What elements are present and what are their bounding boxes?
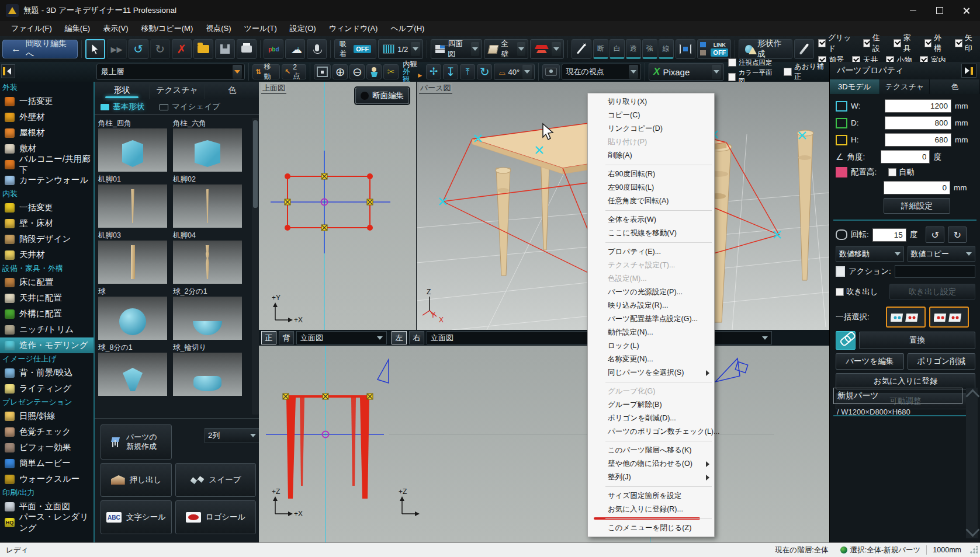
display-checkbox[interactable]: 家具 [894,33,916,54]
view-tools-button[interactable]: ✂ [383,64,399,79]
menu-item[interactable]: ツール(T) [238,23,283,34]
text-seal-button[interactable]: ABC文字シール [101,500,172,534]
context-menu-item[interactable]: 整列(J) [588,471,714,484]
layer-combo[interactable]: 最上層 [96,64,245,80]
clip-tool-button[interactable]: 白 [610,39,625,59]
context-menu-item[interactable]: お気に入りに登録(R)... [588,503,714,516]
context-menu-item[interactable]: 映り込み設定(R)... [588,299,714,312]
parts-scrollbar[interactable] [252,118,259,415]
menu-item[interactable]: ファイル(F) [5,23,58,34]
menu-item[interactable]: 表示(V) [96,23,134,34]
context-menu-item[interactable]: 貼り付け(P) [588,135,714,149]
extrude-button[interactable]: 押し出し [101,463,172,497]
sidebar-item[interactable]: 壁・床材 [0,215,94,231]
layer-dropdown-arrow[interactable] [233,65,242,79]
sidebar-item[interactable]: イメージ仕上げ [0,353,94,365]
context-menu-item[interactable]: パーツ配置基準点設定(G)... [588,312,714,326]
resize-grip[interactable] [969,546,978,554]
sidebar-item[interactable]: ニッチ/トリム [0,322,94,337]
context-menu-item[interactable] [588,380,714,385]
view-mode-switch[interactable]: 内観 外観▶ [403,61,422,83]
context-menu-item[interactable]: 色設定(M)... [588,272,714,286]
section-edit-button[interactable]: 断面編集 [355,88,409,104]
move-view-button[interactable]: ⇅移動 [252,64,280,79]
zoom-out-button[interactable]: ⊖ [349,64,365,79]
wall-display-dropdown-arrow[interactable] [517,42,525,56]
sidebar-item[interactable]: 造作・モデリング [0,337,94,353]
snapshot-button[interactable] [542,64,559,79]
scrollbar-thumb[interactable] [253,120,258,208]
context-menu-item[interactable] [588,162,714,168]
back-to-floorplan-button[interactable]: ← 間取り編集へ [2,40,78,58]
part-list-scrollbar[interactable] [966,388,978,538]
menu-item[interactable]: 編集(E) [58,23,96,34]
menu-item[interactable]: 移動/コピー(M) [135,23,200,34]
fixation-checkbox[interactable]: 注視点固定 [728,58,778,67]
side-elevation-pane[interactable]: +Z [389,346,774,543]
close-button[interactable] [953,0,980,21]
context-menu-item[interactable] [588,438,714,444]
sidebar-item[interactable]: 簡単ムービー [0,455,94,471]
save-button[interactable] [215,39,235,59]
sidebar-item[interactable]: 背・前景/映込 [0,365,94,381]
open-file-button[interactable] [193,39,213,59]
numeric-move-combo[interactable]: 数値移動 [836,246,904,262]
pbd-export-button[interactable]: pbd [264,39,283,59]
height-input[interactable] [885,133,951,147]
voice-button[interactable] [307,39,327,59]
sidebar-item[interactable]: ビフォー効果 [0,440,94,455]
pan-button[interactable]: ✢ [426,64,441,79]
sidebar-item[interactable]: 外構に配置 [0,306,94,322]
current-view-combo[interactable]: 現在の視点 [562,64,642,80]
sidebar-item[interactable]: 天井材 [0,247,94,263]
context-menu-item[interactable]: 削除(A) [588,149,714,162]
delete-button[interactable]: ✗ [172,39,192,59]
display-checkbox[interactable]: 住設 [863,33,886,54]
zoom-in-button[interactable]: ⊕ [333,64,348,79]
wall-display-combo[interactable]: 全壁 [484,39,528,59]
shape-create-button[interactable]: 形状作成 [739,39,792,59]
context-menu-item[interactable]: グループ化(G) [588,385,714,398]
parts-folder-tab[interactable]: マイシェイプ [160,102,220,112]
context-menu-item[interactable] [588,516,714,521]
parts-grid-item[interactable]: 球_2分の1 [173,286,245,342]
context-menu-item[interactable]: ロック(L) [588,339,714,353]
context-menu-item[interactable]: グループ解除(B) [588,398,714,412]
bulk-select-same-button[interactable] [886,307,926,328]
logo-seal-button[interactable]: ロゴシール [175,500,256,534]
parts-tab[interactable]: 形状 [95,82,150,99]
right-tab[interactable]: 右 [409,331,424,344]
context-menu-item[interactable] [588,240,714,245]
bulk-select-all-button[interactable] [929,307,969,328]
snap-toggle-button[interactable]: 吸着OFF [334,39,376,59]
sweep-button[interactable]: スイープ [175,463,256,497]
maximize-button[interactable] [926,0,953,21]
balloon-settings-button[interactable]: 吹き出し設定 [889,284,975,300]
pixage-dropdown-arrow[interactable] [712,65,721,79]
action-input[interactable] [895,265,975,278]
sidebar-item[interactable]: 床に配置 [0,274,94,290]
minimize-button[interactable] [899,0,926,21]
sidebar-item[interactable]: 印刷/出力 [0,487,94,499]
print-button[interactable] [237,39,257,59]
two-point-button[interactable]: ↖2点 [282,64,306,79]
placement-height-input[interactable] [884,181,950,194]
view-layout-combo[interactable]: 四面図 [431,39,482,59]
detail-settings-button[interactable]: 詳細設定 [884,198,950,214]
scroll-down-icon[interactable] [965,523,979,537]
top-view-pane[interactable]: 上面図 +Y +X 断面編集 [259,82,416,330]
sidebar-item[interactable]: ライティング [0,381,94,396]
measure-pen-button[interactable] [794,39,814,59]
context-menu-item[interactable]: サイズ固定箇所を設定 [588,489,714,503]
tilt-correction-checkbox[interactable]: あおり補正 [784,62,830,82]
width-input[interactable] [885,99,951,113]
part-list-selected-item[interactable]: 新規パーツ [833,388,962,404]
parts-tab[interactable]: 色 [205,82,260,99]
link-parts-button[interactable] [836,331,856,350]
sidebar-item[interactable]: 外装 [0,82,94,93]
panel-expand-button[interactable] [961,64,976,78]
context-menu-item[interactable] [588,208,714,213]
clip-tool-button[interactable]: 強 [642,39,657,59]
clip-tool-button[interactable]: 透 [626,39,641,59]
parts-grid-item[interactable]: 机脚03 [98,230,171,286]
